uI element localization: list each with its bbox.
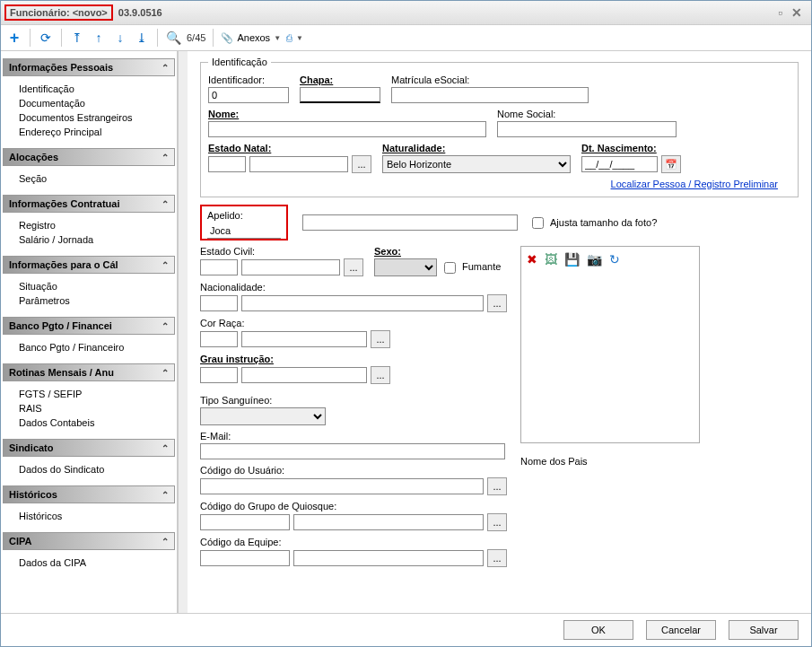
photo-camera-icon[interactable]: 📷	[587, 252, 602, 267]
photo-delete-icon[interactable]: ✖	[527, 252, 537, 267]
cor-raca-desc-input[interactable]	[241, 331, 367, 347]
identificacao-fieldset: Identificação Identificador: Chapa: Matr…	[200, 57, 799, 197]
photo-image-icon[interactable]: 🖼	[545, 252, 557, 267]
print-dropdown[interactable]: ⎙ ▼	[286, 32, 303, 43]
chevron-up-icon: ⌃	[162, 321, 169, 331]
sidebar-item[interactable]: Identificação	[19, 82, 175, 96]
add-button[interactable]: +	[6, 30, 22, 46]
nacionalidade-code-input[interactable]	[200, 295, 238, 311]
localizar-pessoa-link[interactable]: Localizar Pessoa / Registro Preliminar	[611, 179, 778, 189]
sidebar-section-header[interactable]: Informações Pessoais⌃	[3, 58, 175, 76]
sidebar-item[interactable]: Situação	[19, 279, 175, 293]
chevron-up-icon: ⌃	[162, 443, 169, 453]
close-icon[interactable]: ✕	[791, 5, 802, 20]
sidebar-item[interactable]: Históricos	[19, 509, 175, 523]
chevron-up-icon: ⌃	[162, 260, 169, 270]
estado-civil-label: Estado Civil:	[200, 246, 363, 257]
cor-raca-lookup-button[interactable]: ...	[371, 330, 390, 348]
sidebar-item[interactable]: Registro	[19, 218, 175, 232]
estado-civil-desc-input[interactable]	[241, 259, 340, 275]
estado-natal-code-input[interactable]	[208, 156, 246, 172]
apelido-highlight: Apelido:	[200, 205, 288, 240]
nacionalidade-desc-input[interactable]	[241, 295, 484, 311]
sidebar-item[interactable]: Dados da CIPA	[19, 555, 175, 570]
save-button[interactable]: Salvar	[729, 620, 799, 640]
tipo-sanguineo-select[interactable]	[200, 407, 326, 425]
codigo-grupo-quiosque-code-input[interactable]	[200, 514, 290, 530]
fumante-checkbox[interactable]	[444, 262, 456, 274]
sidebar-section-header[interactable]: Sindicato⌃	[3, 439, 175, 457]
sidebar-item[interactable]: Dados do Sindicato	[19, 462, 175, 477]
dt-nascimento-input[interactable]	[581, 156, 658, 172]
codigo-equipe-desc-input[interactable]	[293, 550, 484, 566]
sidebar-item[interactable]: Dados Contabeis	[19, 415, 175, 430]
search-button[interactable]: 🔍	[165, 30, 181, 46]
last-record-button[interactable]: ⤓	[134, 30, 150, 46]
sidebar-item[interactable]: Documentos Estrangeiros	[19, 110, 175, 125]
grau-instrucao-label: Grau instrução:	[200, 354, 390, 364]
grau-instrucao-lookup-button[interactable]: ...	[371, 366, 390, 384]
dialog-footer: OK Cancelar Salvar	[1, 613, 811, 646]
next-record-button[interactable]: ↓	[112, 30, 128, 46]
codigo-usuario-lookup-button[interactable]: ...	[487, 477, 507, 495]
sidebar-item[interactable]: Endereço Principal	[19, 125, 175, 139]
record-counter: 6/45	[187, 32, 205, 43]
chapa-input[interactable]	[300, 87, 380, 103]
nacionalidade-lookup-button[interactable]: ...	[487, 294, 507, 312]
chevron-down-icon: ▼	[296, 34, 303, 42]
photo-redo-icon[interactable]: ↻	[609, 252, 620, 267]
codigo-equipe-code-input[interactable]	[200, 550, 290, 566]
chevron-up-icon: ⌃	[162, 368, 169, 378]
naturalidade-select[interactable]: Belo Horizonte	[382, 155, 571, 173]
apelido-input[interactable]	[207, 223, 281, 239]
refresh-button[interactable]: ⟳	[38, 30, 54, 46]
sidebar-section-header[interactable]: Informações Contratuai⌃	[3, 195, 175, 213]
sidebar-item[interactable]: Documentação	[19, 96, 175, 110]
sidebar-item[interactable]: FGTS / SEFIP	[19, 387, 175, 401]
sidebar-section-header[interactable]: Banco Pgto / Financei⌃	[3, 317, 175, 335]
estado-natal-desc-input[interactable]	[249, 156, 348, 172]
nome-social-input[interactable]	[497, 121, 677, 137]
identificador-input[interactable]	[208, 87, 289, 103]
maximize-icon[interactable]: ▫	[778, 5, 782, 20]
sidebar-item[interactable]: Parâmetros	[19, 293, 175, 308]
sidebar-section-header[interactable]: Informações para o Cál⌃	[3, 256, 175, 274]
sidebar-section-header[interactable]: Históricos⌃	[3, 485, 175, 503]
codigo-usuario-input[interactable]	[200, 478, 484, 494]
codigo-equipe-lookup-button[interactable]: ...	[487, 549, 507, 567]
apelido-label: Apelido:	[207, 210, 281, 221]
nome-input[interactable]	[208, 121, 486, 137]
ok-button[interactable]: OK	[563, 620, 633, 640]
naturalidade-label: Naturalidade:	[382, 143, 571, 153]
prev-record-button[interactable]: ↑	[91, 30, 107, 46]
sidebar-item[interactable]: Salário / Jornada	[19, 232, 175, 247]
sidebar-item[interactable]: RAIS	[19, 401, 175, 415]
sexo-select[interactable]	[374, 258, 437, 276]
photo-save-icon[interactable]: 💾	[564, 252, 580, 267]
matricula-esocial-input[interactable]	[391, 87, 589, 103]
estado-natal-lookup-button[interactable]: ...	[352, 155, 371, 173]
estado-civil-code-input[interactable]	[200, 259, 238, 275]
sidebar-item[interactable]: Banco Pgto / Financeiro	[19, 340, 175, 354]
first-record-button[interactable]: ⤒	[69, 30, 85, 46]
scrollbar[interactable]	[178, 51, 188, 613]
ajusta-foto-checkbox[interactable]	[532, 217, 544, 229]
cancel-button[interactable]: Cancelar	[646, 620, 716, 640]
toolbar: + ⟳ ⤒ ↑ ↓ ⤓ 🔍 6/45 📎 Anexos ▼ ⎙ ▼	[1, 25, 811, 51]
grau-instrucao-desc-input[interactable]	[241, 367, 367, 383]
estado-civil-lookup-button[interactable]: ...	[344, 258, 363, 276]
sidebar-section-header[interactable]: CIPA⌃	[3, 532, 175, 550]
sidebar-section-header[interactable]: Rotinas Mensais / Anu⌃	[3, 363, 175, 381]
grau-instrucao-code-input[interactable]	[200, 367, 238, 383]
codigo-grupo-quiosque-lookup-button[interactable]: ...	[487, 513, 507, 531]
codigo-grupo-quiosque-desc-input[interactable]	[293, 514, 484, 530]
sidebar-section-header[interactable]: Alocações⌃	[3, 148, 175, 166]
sidebar-section-title: Históricos	[9, 489, 57, 500]
apelido-ext-input[interactable]	[302, 214, 518, 231]
email-input[interactable]	[200, 443, 505, 459]
title-bar: Funcionário: <novo> 03.9.0516 ▫ ✕	[1, 1, 811, 25]
attachments-dropdown[interactable]: 📎 Anexos ▼	[221, 32, 281, 44]
sidebar-item[interactable]: Seção	[19, 171, 175, 186]
cor-raca-code-input[interactable]	[200, 331, 238, 347]
calendar-button[interactable]: 📅	[661, 155, 681, 173]
